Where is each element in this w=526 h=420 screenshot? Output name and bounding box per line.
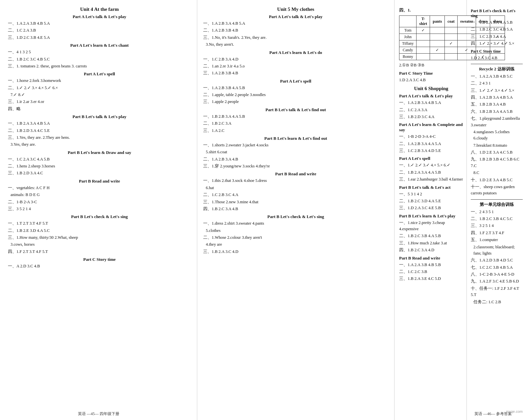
table-cell: ✓ [430, 47, 445, 54]
answer-line: 五、1.computer [471, 237, 523, 243]
unit5-parta-learn-answers: 一、1.C 2.B 3.A 4.D 二、1.an 2.re 3.ir 4.a 5… [203, 56, 388, 77]
unit4-title: Unit 4 At the farm [8, 7, 191, 12]
table-cell: ✓ [417, 27, 430, 34]
unit6-parta-learn-title: Part A Let's learn & Complete and say [399, 122, 463, 133]
table-cell [417, 54, 430, 60]
zonghe-title: 第一单元综合训练 [471, 199, 523, 208]
page-container: Unit 4 At the farm Part A Let's talk & L… [0, 0, 526, 420]
unit6-parta-spell-answers: 一、1.✓ 2.✓ 3.✓ 4.× 5.× 6.✓ 二、1.B 2.A 3.A … [399, 162, 463, 183]
unit4-partb-read-title: Part B Read and write [8, 179, 191, 184]
answer-line: 3.cows, horses [11, 241, 191, 248]
answer-line: 一、1.B 2.A 3.A 4.A 5.B [471, 19, 523, 26]
section4-2: 2.①B ②B ③B [399, 62, 463, 68]
table-cell [430, 34, 445, 40]
table-cell [430, 27, 445, 34]
answer-line: 6.hat [206, 185, 388, 191]
answer-line: 二、1.B 2.D 3.A 4.C 5.E [8, 128, 191, 134]
answer-line: 一、4 1 3 2 5 [8, 49, 191, 55]
left-footer: 英语 —45— 四年级下册 [0, 411, 197, 417]
unit5-title: Unit 5 My clothes [203, 7, 388, 12]
answer-line: 二、1.B 2.C 3.C 4.B 5.C [8, 56, 191, 62]
answer-line: 五、1.B 2.B 3.A 4.B [471, 101, 523, 108]
unit5-partb-check-title: Part B Let's check & Let's sing [203, 214, 388, 219]
answer-line: 一、5 3 1 4 2 [399, 191, 463, 197]
answer-line: 一、1.dress 2.shirt 3.sweater 4.pants [203, 220, 388, 227]
unit6-parta-learn-answers: 一、1-B 2-D 3-A 4-C 二、1.A 2.B 3.A 4.A 5.A … [399, 134, 463, 154]
answer-line: 九、1.B 2.B 3.B 4.C 5.B 6.C 7.C [471, 156, 523, 169]
answer-line: 一、1.C 2.A 3.C 4.A 5.B [8, 156, 191, 162]
answer-line: 二、1.B 2.C 3.A [203, 120, 388, 127]
answer-line: 8.C [473, 170, 523, 176]
answer-line: 三、1.穿 2.young/new 3.socks 4.they're [203, 163, 388, 169]
answer-line: 一、2 4 3 5 1 [471, 209, 523, 215]
left-page: Unit 4 At the farm Part A Let's talk & L… [0, 0, 197, 420]
partb-check-answers: 一、1.B 2.A 3.A 4.A 5.B 二、1.B 2.C 3.C 4.B … [471, 19, 523, 47]
middle-page: Unit 5 My clothes Part A Let's talk & Le… [197, 0, 394, 420]
unit4-parta-spell-title: Part A Let's spell [8, 71, 191, 77]
recycle2-title: Recycle 2 达标训练 [471, 64, 523, 72]
answer-line: 一、1.T 2.T 3.T 4.F 5.T [8, 220, 191, 227]
answer-line: 十、1.D 2.E 3.A 4.B 5.C [471, 177, 523, 183]
table-cell [430, 54, 445, 60]
answer-line: 二、1.B 2.A 3.A 4.A 5.B [399, 169, 463, 176]
answer-line: 一、1.horse 2.fork 3.homework [8, 78, 191, 84]
unit5-partb-read-answers: 一、1.this 2.that 3.sock 4.shoe 5.dress 6.… [203, 178, 388, 212]
unit5-partb-learn-answers: 一、1.shorts 2.sweater 3.jacket 4.socks 5.… [203, 142, 388, 170]
answer-line: 一、1.A 2.A 3.B 4.B 5.C [471, 73, 523, 80]
answer-line: 四、1.F 2.T 3.T 4.F [471, 230, 523, 236]
answer-line: 十一、sheep cows garden carrots potatoes [471, 184, 523, 197]
unit4-partb-check-title: Part B Let's check & Let's sing [8, 214, 191, 219]
table-cell: Candy [399, 47, 417, 54]
table-cell: Tom [399, 27, 417, 34]
answer-line: 一、1-B 2-D 3-A 4-C [399, 134, 463, 140]
table-cell [417, 40, 430, 47]
answer-line: 一、vegetables: A C F H [8, 185, 191, 191]
answer-line: 二、1.B 2.E 3.D 4.A 5.C [8, 228, 191, 234]
answer-line: 一、1.A 2.B 3.A 4.B 5.A [399, 100, 463, 106]
answer-line: 4.sunglasses 5.clothes 6.cloudy [473, 129, 523, 142]
answer-line: 二、1.Whose 2.colour 3.they aren't [203, 235, 388, 241]
table-header-coat: coat [445, 16, 457, 27]
table-header-pants: pants [430, 16, 445, 27]
answer-line: 七、1.C 2.C 3.B 4.B 5.A [471, 264, 523, 271]
answer-line: 一、1.nice 2.pretty 3.cheap 4.expensive [399, 220, 463, 233]
unit5-partb-talk-title: Part B Let's talk & Let's find out [203, 107, 388, 112]
unit5-partc-title: Part C Story Time [399, 71, 463, 76]
answer-line: 二、1.B 2.C 3.B 4.A 5.B [399, 233, 463, 239]
answer-line: 七、1.playground 2.umbrella 3.sweater [471, 115, 523, 128]
answer-line: 三、1.B 2.D 3.A 4.C [8, 170, 191, 176]
unit5-partb-check-answers: 一、1.dress 2.shirt 3.sweater 4.pants 5.cl… [203, 220, 388, 255]
answer-line: 5.clothes [206, 228, 388, 234]
answer-line: 二、1.C 2.A 3.B [8, 27, 191, 34]
table-cell: ✓ [445, 40, 457, 47]
answer-line: 三、1.B 2.A 3.E 4.C 5.D [399, 276, 463, 282]
answer-line: 一、1.B 2.A 3.A 4.B 5.A [8, 120, 191, 127]
right-section1: 四、1. T-shirt pants coat sweater dress sh… [394, 0, 467, 420]
answer-line: 一、A 2.D 3.C 4.B [8, 263, 191, 269]
answer-line: 三、1.Yes, they are. 2.They are hens. [8, 135, 191, 141]
section4-label: 四、1. [399, 7, 463, 13]
answer-line: 三、1.No, it's Sarah's. 2.Yes, they are. [203, 35, 388, 41]
answer-line: 一、1.A 2.B 3.A 4.B 5.A [203, 20, 388, 27]
answer-line: 十、任务一: 1.F 2.F 3.F 4.T 5.T [471, 285, 523, 298]
answer-line: 三、1.D 2.A 3.C 4.E 5.B [399, 205, 463, 211]
answer-line: 三、1.C 2.B 3.A 4.D 5.E [399, 148, 463, 154]
answer-line: 三、1.How many, thirty/30 2.What, sheep [8, 235, 191, 241]
unit4-partb-talk-title: Part B Let's talk & Let's play [8, 114, 191, 119]
answer-line: 二、1.an 2.re 3.ir 4.a 5.o [203, 63, 388, 69]
answer-line: 一、1.shorts 2.sweater 3.jacket 4.socks [203, 142, 388, 148]
watermark: mxqe.com [506, 409, 523, 413]
answer-line: 三、1.ear 2.hamburger 3.ball 4.farmer [399, 176, 463, 183]
partc-story-answers: 1.D 2.A 3.C 4.B [471, 55, 523, 61]
unit5-partb-read-title: Part B Read and write [203, 171, 388, 177]
unit4-partc-story-answers: 一、A 2.D 3.C 4.B [8, 263, 191, 269]
answer-line: 三、3 2 5 1 4 [471, 223, 523, 229]
answer-line: 二、2 4 3 1 [471, 80, 523, 86]
answer-line: 三、1.A 2.B 3.B 4.B [203, 70, 388, 76]
answer-line: 三、1.B 2.A 3.C 4.D [203, 249, 388, 255]
table-header-tshirt: T-shirt [417, 16, 430, 27]
answer-line: 八、1.D 2.E 3.A 4.C 5.B [471, 149, 523, 156]
unit4-partc-story-title: Part C Story time [8, 257, 191, 262]
answer-line: 二、1.C 2.C 3.B [399, 269, 463, 275]
table-cell [430, 40, 445, 47]
